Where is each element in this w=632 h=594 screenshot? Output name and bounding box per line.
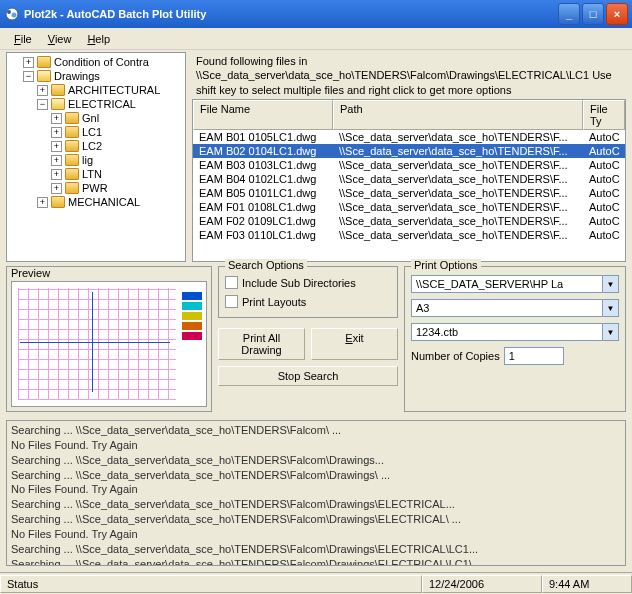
svg-point-1 [7,10,11,14]
status-date: 12/24/2006 [422,575,542,593]
tree-item[interactable]: +LC1 [9,125,183,139]
folder-icon [65,182,79,194]
folder-tree[interactable]: +Condition of Contra−Drawings+ARCHITECTU… [6,52,186,262]
table-row[interactable]: EAM B05 0101LC1.dwg\\Sce_data_server\dat… [193,186,625,200]
tree-item[interactable]: −ELECTRICAL [9,97,183,111]
paper-dropdown-icon[interactable]: ▼ [603,299,619,317]
tree-toggle-icon[interactable]: + [51,169,62,180]
tree-item[interactable]: +Gnl [9,111,183,125]
ctb-dropdown-icon[interactable]: ▼ [603,323,619,341]
include-sub-checkbox[interactable] [225,276,238,289]
table-row[interactable]: EAM B03 0103LC1.dwg\\Sce_data_server\dat… [193,158,625,172]
exit-button[interactable]: Exit [311,328,398,360]
col-path[interactable]: Path [333,100,583,130]
statusbar: Status 12/24/2006 9:44 AM [0,572,632,594]
stop-search-button[interactable]: Stop Search [218,366,398,386]
tree-item[interactable]: +lig [9,153,183,167]
folder-icon [51,98,65,110]
tree-item[interactable]: +LC2 [9,139,183,153]
log-line: No Files Found. Try Again [11,482,621,497]
folder-icon [37,56,51,68]
tree-label: Condition of Contra [54,56,149,68]
tree-toggle-icon[interactable]: + [23,57,34,68]
menu-view[interactable]: View [40,31,80,47]
app-icon [4,6,20,22]
folder-icon [51,196,65,208]
minimize-button[interactable]: _ [558,3,580,25]
tree-label: LTN [82,168,102,180]
log-line: Searching ... \\Sce_data_server\data_sce… [11,512,621,527]
print-options-title: Print Options [411,259,481,271]
log-line: Searching ... \\Sce_data_server\data_sce… [11,542,621,557]
svg-point-2 [12,13,17,18]
col-filetype[interactable]: File Ty [583,100,625,130]
tree-label: PWR [82,182,108,194]
tree-label: ARCHITECTURAL [68,84,160,96]
tree-toggle-icon[interactable]: + [51,127,62,138]
table-row[interactable]: EAM B01 0105LC1.dwg\\Sce_data_server\dat… [193,130,625,144]
tree-toggle-icon[interactable]: + [37,85,48,96]
tree-toggle-icon[interactable]: + [51,155,62,166]
table-row[interactable]: EAM F02 0109LC1.dwg\\Sce_data_server\dat… [193,214,625,228]
copies-label: Number of Copies [411,350,500,362]
copies-input[interactable] [504,347,564,365]
status-time: 9:44 AM [542,575,632,593]
log-line: No Files Found. Try Again [11,527,621,542]
tree-label: Gnl [82,112,99,124]
table-row[interactable]: EAM B04 0102LC1.dwg\\Sce_data_server\dat… [193,172,625,186]
paper-select[interactable]: A3 [411,299,603,317]
folder-icon [65,112,79,124]
tree-label: Drawings [54,70,100,82]
table-row[interactable]: EAM F01 0108LC1.dwg\\Sce_data_server\dat… [193,200,625,214]
menubar: File View Help [0,28,632,50]
maximize-button[interactable]: □ [582,3,604,25]
tree-label: LC1 [82,126,102,138]
log-panel[interactable]: Searching ... \\Sce_data_server\data_sce… [6,420,626,566]
tree-item[interactable]: +MECHANICAL [9,195,183,209]
titlebar[interactable]: Plot2k - AutoCAD Batch Plot Utility _ □ … [0,0,632,28]
tree-toggle-icon[interactable]: + [51,183,62,194]
folder-icon [37,70,51,82]
log-line: Searching ... \\Sce_data_server\data_sce… [11,557,621,566]
search-options-title: Search Options [225,259,307,271]
printer-select[interactable]: \\SCE_DATA_SERVER\HP La [411,275,603,293]
tree-item[interactable]: +ARCHITECTURAL [9,83,183,97]
menu-file-label: ile [21,33,32,45]
log-line: Searching ... \\Sce_data_server\data_sce… [11,468,621,483]
folder-icon [51,84,65,96]
tree-item[interactable]: +PWR [9,181,183,195]
tree-item[interactable]: −Drawings [9,69,183,83]
file-list[interactable]: File Name Path File Ty EAM B01 0105LC1.d… [192,99,626,262]
tree-item[interactable]: +Condition of Contra [9,55,183,69]
folder-icon [65,140,79,152]
preview-panel: Preview [6,266,212,412]
folder-icon [65,168,79,180]
menu-file[interactable]: File [6,31,40,47]
found-message: Found following files in \\Sce_data_serv… [192,52,626,99]
status-label: Status [0,575,422,593]
tree-label: LC2 [82,140,102,152]
ctb-select[interactable]: 1234.ctb [411,323,603,341]
table-row[interactable]: EAM F03 0110LC1.dwg\\Sce_data_server\dat… [193,228,625,242]
menu-help[interactable]: Help [79,31,118,47]
tree-item[interactable]: +LTN [9,167,183,181]
print-all-button[interactable]: Print All Drawing [218,328,305,360]
log-line: Searching ... \\Sce_data_server\data_sce… [11,497,621,512]
tree-toggle-icon[interactable]: + [51,141,62,152]
printer-dropdown-icon[interactable]: ▼ [603,275,619,293]
table-row[interactable]: EAM B02 0104LC1.dwg\\Sce_data_server\dat… [193,144,625,158]
tree-toggle-icon[interactable]: + [37,197,48,208]
print-layouts-label: Print Layouts [242,296,306,308]
tree-toggle-icon[interactable]: + [51,113,62,124]
print-layouts-checkbox[interactable] [225,295,238,308]
tree-toggle-icon[interactable]: − [37,99,48,110]
tree-label: MECHANICAL [68,196,140,208]
close-button[interactable]: × [606,3,628,25]
preview-image [11,281,207,407]
log-line: No Files Found. Try Again [11,438,621,453]
file-list-header: File Name Path File Ty [193,100,625,130]
tree-toggle-icon[interactable]: − [23,71,34,82]
preview-title: Preview [7,267,211,281]
tree-label: ELECTRICAL [68,98,136,110]
col-filename[interactable]: File Name [193,100,333,130]
